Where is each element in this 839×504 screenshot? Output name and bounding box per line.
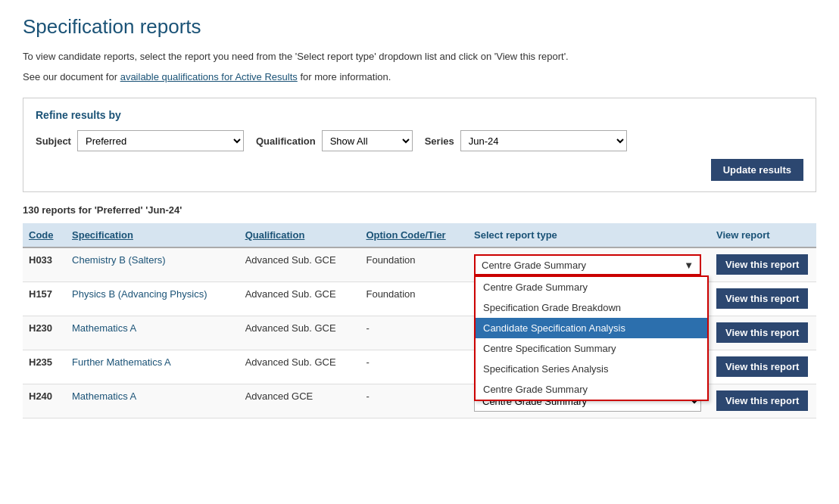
row-spec: Mathematics A bbox=[66, 316, 239, 350]
row-option: - bbox=[360, 316, 468, 350]
row-view: View this report bbox=[710, 384, 816, 418]
row-option: - bbox=[360, 350, 468, 384]
dropdown-list: Centre Grade Summary Specification Grade… bbox=[474, 275, 709, 401]
code-sort-link[interactable]: Code bbox=[29, 229, 54, 241]
row-view: View this report bbox=[710, 350, 816, 384]
row-qual: Advanced Sub. GCE bbox=[239, 350, 360, 384]
dropdown-trigger[interactable]: Centre Grade Summary ▼ bbox=[474, 254, 701, 275]
dropdown-option[interactable]: Specification Grade Breakdown bbox=[476, 297, 707, 318]
dropdown-option[interactable]: Centre Specification Summary bbox=[476, 338, 707, 359]
table-row: H033 Chemistry B (Salters) Advanced Sub.… bbox=[23, 247, 816, 282]
dropdown-wrapper: Centre Grade Summary ▼ Centre Grade Summ… bbox=[474, 254, 704, 275]
refine-section: Refine results by Subject Preferred Qual… bbox=[23, 98, 816, 192]
row-qual: Advanced Sub. GCE bbox=[239, 247, 360, 282]
subject-label: Subject bbox=[36, 135, 71, 147]
col-header-view: View report bbox=[710, 223, 816, 247]
spec-link[interactable]: Further Mathematics A bbox=[72, 356, 171, 368]
results-count: 130 reports for 'Preferred' 'Jun-24' bbox=[23, 204, 816, 216]
row-spec: Mathematics A bbox=[66, 384, 239, 418]
subject-select[interactable]: Preferred bbox=[77, 130, 244, 151]
qualification-select[interactable]: Show All bbox=[322, 130, 413, 151]
col-header-report-type: Select report type bbox=[468, 223, 710, 247]
spec-link[interactable]: Physics B (Advancing Physics) bbox=[72, 288, 207, 300]
qual-sort-link[interactable]: Qualification bbox=[245, 229, 305, 241]
dropdown-selected-value: Centre Grade Summary bbox=[482, 260, 586, 271]
dropdown-arrow-icon: ▼ bbox=[684, 260, 694, 271]
filter-row: Subject Preferred Qualification Show All… bbox=[36, 130, 803, 151]
refine-title: Refine results by bbox=[36, 109, 803, 121]
row-code: H230 bbox=[23, 316, 66, 350]
row-qual: Advanced Sub. GCE bbox=[239, 282, 360, 316]
row-view: View this report bbox=[710, 316, 816, 350]
row-report-type: Centre Grade Summary ▼ Centre Grade Summ… bbox=[468, 247, 710, 282]
col-header-option: Option Code/Tier bbox=[360, 223, 468, 247]
row-code: H235 bbox=[23, 350, 66, 384]
view-report-button[interactable]: View this report bbox=[716, 356, 808, 377]
series-filter-group: Series Jun-24 bbox=[425, 130, 627, 151]
row-code: H240 bbox=[23, 384, 66, 418]
row-spec: Physics B (Advancing Physics) bbox=[66, 282, 239, 316]
row-spec: Chemistry B (Salters) bbox=[66, 247, 239, 282]
row-spec: Further Mathematics A bbox=[66, 350, 239, 384]
row-code: H157 bbox=[23, 282, 66, 316]
dropdown-option-selected[interactable]: Candidate Specification Analysis bbox=[476, 318, 707, 338]
dropdown-option[interactable]: Centre Grade Summary bbox=[476, 379, 707, 400]
intro-text: To view candidate reports, select the re… bbox=[23, 51, 816, 62]
table-header-row: Code Specification Qualification Option … bbox=[23, 223, 816, 247]
option-sort-link[interactable]: Option Code/Tier bbox=[366, 229, 445, 241]
row-option: Foundation bbox=[360, 282, 468, 316]
row-view: View this report bbox=[710, 282, 816, 316]
info-link[interactable]: available qualifications for Active Resu… bbox=[120, 71, 298, 82]
view-report-button[interactable]: View this report bbox=[716, 322, 808, 343]
view-report-button[interactable]: View this report bbox=[716, 254, 808, 275]
row-option: - bbox=[360, 384, 468, 418]
results-table: Code Specification Qualification Option … bbox=[23, 223, 816, 418]
spec-link[interactable]: Mathematics A bbox=[72, 322, 136, 334]
series-select[interactable]: Jun-24 bbox=[460, 130, 627, 151]
subject-filter-group: Subject Preferred bbox=[36, 130, 244, 151]
col-header-code: Code bbox=[23, 223, 66, 247]
info-text: See our document for available qualifica… bbox=[23, 71, 816, 82]
col-header-qualification: Qualification bbox=[239, 223, 360, 247]
spec-link[interactable]: Mathematics A bbox=[72, 390, 136, 402]
page-container: Specification reports To view candidate … bbox=[0, 0, 839, 434]
update-results-button[interactable]: Update results bbox=[711, 159, 803, 181]
row-qual: Advanced Sub. GCE bbox=[239, 316, 360, 350]
qualification-filter-group: Qualification Show All bbox=[256, 130, 413, 151]
series-label: Series bbox=[425, 135, 454, 147]
spec-sort-link[interactable]: Specification bbox=[72, 229, 133, 241]
col-header-specification: Specification bbox=[66, 223, 239, 247]
row-code: H033 bbox=[23, 247, 66, 282]
row-qual: Advanced GCE bbox=[239, 384, 360, 418]
dropdown-option[interactable]: Specification Series Analysis bbox=[476, 359, 707, 379]
dropdown-option[interactable]: Centre Grade Summary bbox=[476, 277, 707, 297]
page-title: Specification reports bbox=[23, 15, 816, 39]
row-view: View this report bbox=[710, 247, 816, 282]
row-option: Foundation bbox=[360, 247, 468, 282]
view-report-button[interactable]: View this report bbox=[716, 390, 808, 411]
qualification-label: Qualification bbox=[256, 135, 316, 147]
view-report-button[interactable]: View this report bbox=[716, 288, 808, 309]
update-btn-row: Update results bbox=[36, 159, 803, 181]
spec-link[interactable]: Chemistry B (Salters) bbox=[72, 254, 166, 266]
